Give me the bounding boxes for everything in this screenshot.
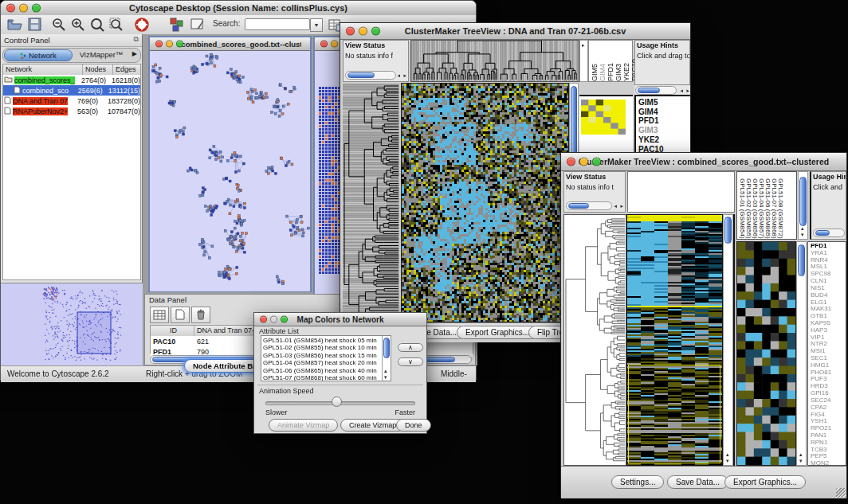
dialog-titlebar[interactable]: Map Colors to Network [254, 313, 426, 326]
scroll-down-icon[interactable]: ▾ [726, 458, 729, 463]
tv2-row-dendrogram[interactable] [563, 214, 626, 466]
network-table-row[interactable]: DNA and Tran 07769(0)183728(0) [3, 96, 140, 106]
new-attribute-icon[interactable] [171, 307, 190, 323]
network-view-controls[interactable] [155, 41, 183, 48]
network-overview-panel[interactable] [1, 283, 143, 366]
help-lifering-icon[interactable] [135, 18, 149, 35]
expand-icon[interactable]: ▸ [582, 42, 585, 48]
tab-network[interactable]: Network [4, 49, 73, 61]
window-controls[interactable] [6, 4, 41, 13]
export-graphics-button[interactable]: Export Graphics... [724, 475, 806, 489]
scroll-right-icon[interactable]: ▸ [403, 72, 406, 78]
tv1-heatmap[interactable] [401, 83, 569, 322]
export-graphics-button[interactable]: Export Graphics... [457, 326, 538, 339]
gene-label[interactable]: GIM4 [638, 107, 690, 117]
scroll-left-icon[interactable]: ◂ [680, 88, 683, 93]
annotation-icon[interactable] [190, 18, 206, 35]
attribute-list-item[interactable]: GPL51-07 (GSM868) heat shock 60 min [263, 374, 389, 381]
attribute-list-item[interactable]: GPL51-06 (GSM865) heat shock 40 min [263, 367, 389, 374]
tv2-upper-vscrollbar[interactable]: ▴ ▾ [798, 171, 808, 240]
col-nodes[interactable]: Nodes [83, 64, 113, 75]
col-edges[interactable]: Edges [113, 64, 140, 75]
attribute-listbox[interactable]: GPL51-01 (GSM854) heat shock 05 minGPL51… [261, 335, 391, 381]
tv1-column-dendrogram[interactable] [410, 40, 579, 82]
col-network[interactable]: Network [3, 64, 83, 75]
close-button[interactable] [260, 316, 267, 323]
treeview2-controls[interactable] [567, 158, 601, 166]
treeview1-titlebar[interactable]: ClusterMaker TreeView : DNA and Tran 07-… [340, 23, 690, 40]
zoom-selected-icon[interactable] [109, 18, 124, 35]
done-button[interactable]: Done [396, 419, 431, 432]
tv1-row-dendrogram[interactable] [343, 83, 399, 322]
treeview2-titlebar[interactable]: ClusterMaker TreeView : combined_scores_… [561, 153, 846, 171]
tab-overflow-icon[interactable]: ▶ [132, 50, 137, 57]
settings-button[interactable]: Settings... [611, 475, 664, 489]
attribute-list-item[interactable]: GPL51-04 (GSM857) heat shock 20 min [263, 359, 389, 366]
scroll-thumb[interactable] [638, 88, 660, 93]
float-panel-icon[interactable]: ⧉ [134, 35, 139, 44]
close-button[interactable] [155, 41, 163, 48]
close-button[interactable] [320, 41, 328, 48]
save-data-button[interactable]: Save Data... [667, 475, 728, 489]
scroll-right-icon[interactable]: ▸ [686, 88, 689, 93]
attribute-select-icon[interactable] [150, 307, 169, 323]
minimize-button[interactable] [19, 4, 28, 13]
zoom-button[interactable] [281, 316, 288, 323]
tv2-main-vscrollbar[interactable]: ▴ ▾ [723, 214, 733, 466]
close-button[interactable] [346, 27, 355, 36]
tv2-column-dendrogram-area[interactable] [627, 171, 735, 213]
network-canvas[interactable] [150, 51, 310, 291]
zoom-in-icon[interactable] [71, 18, 85, 35]
gene-label[interactable]: GIM3 [638, 126, 690, 135]
scroll-thumb[interactable] [724, 217, 732, 244]
zoom-button[interactable] [176, 41, 183, 48]
tv1-right-hscrollbar[interactable] [635, 86, 677, 95]
scroll-thumb[interactable] [799, 177, 807, 226]
tv2-heatmap[interactable] [626, 214, 723, 466]
scroll-thumb[interactable] [383, 338, 390, 358]
scroll-up-icon[interactable]: ▴ [799, 451, 803, 457]
network-view-titlebar[interactable]: combined_scores_good.txt--cluste... [150, 37, 310, 51]
cytoscape-titlebar[interactable]: Cytoscape Desktop (Session Name: collins… [1, 1, 476, 16]
scroll-thumb[interactable] [347, 72, 375, 78]
animate-vizmap-button[interactable]: Animate Vizmap [269, 419, 338, 432]
minimize-button[interactable] [359, 27, 367, 36]
scroll-down-icon[interactable]: ▾ [384, 374, 387, 380]
close-button[interactable] [6, 4, 15, 13]
tv1-gutter[interactable]: ▸ [579, 40, 588, 82]
tv2-status-hscrollbar[interactable] [566, 201, 612, 210]
attribute-list-item[interactable]: GPL51-01 (GSM854) heat shock 05 min [263, 337, 389, 344]
scroll-thumb[interactable] [798, 244, 805, 276]
zoom-fit-icon[interactable] [90, 18, 104, 35]
gene-label[interactable]: PFD1 [638, 116, 690, 126]
tv2-zoom-vscrollbar[interactable]: ▴ ▾ [796, 241, 807, 466]
scroll-thumb[interactable] [815, 230, 830, 236]
move-down-button[interactable]: ∨ [398, 357, 423, 366]
minimize-button[interactable] [270, 316, 277, 323]
network-table-row[interactable]: combined_sco2569(6)13112(15) [3, 85, 140, 96]
gene-label[interactable]: MON2 [811, 460, 846, 466]
gene-label[interactable]: YKE2 [638, 135, 690, 145]
overview-canvas[interactable] [1, 283, 143, 366]
zoom-button[interactable] [371, 27, 380, 36]
minimize-button[interactable] [579, 158, 588, 166]
network-table-row[interactable]: combined_scores_2764(0)16218(0) [3, 75, 140, 85]
search-dropdown-arrow-icon[interactable]: ▼ [310, 18, 323, 32]
zoom-out-icon[interactable] [52, 18, 66, 35]
attribute-list-item[interactable]: GPL51-03 (GSM856) heat shock 15 min [263, 352, 389, 359]
zoom-button[interactable] [592, 158, 601, 166]
scroll-down-icon[interactable]: ▾ [801, 232, 804, 237]
delete-attribute-icon[interactable] [191, 307, 210, 323]
network-table-row[interactable]: RNAPuberNov2+563(0)107847(0) [3, 106, 140, 116]
speed-slider-thumb[interactable] [332, 397, 342, 407]
search-input[interactable] [245, 18, 310, 30]
open-folder-icon[interactable] [7, 18, 22, 34]
attribute-list-vscrollbar[interactable]: ▴ ▾ [382, 336, 391, 381]
zoom-button[interactable] [32, 4, 41, 13]
treeview1-controls[interactable] [346, 27, 380, 36]
scroll-right-icon[interactable]: ▸ [620, 203, 623, 209]
resize-grip[interactable] [836, 488, 846, 498]
vizmapper-icon[interactable] [170, 18, 184, 35]
scroll-up-icon[interactable]: ▴ [726, 451, 729, 457]
tv1-similarity-matrix[interactable] [581, 100, 626, 135]
